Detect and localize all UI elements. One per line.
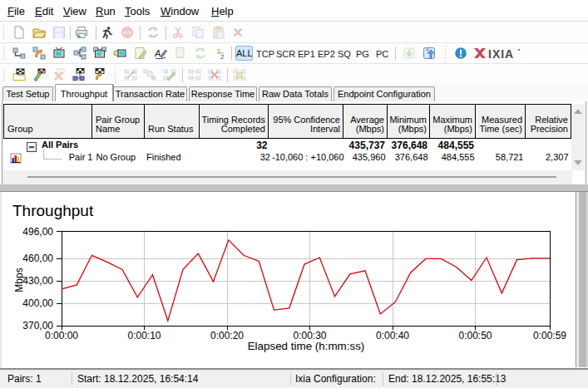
svg-text:0:00:40: 0:00:40 <box>376 330 409 341</box>
svg-text:A: A <box>154 48 161 58</box>
svg-text:460,00: 460,00 <box>22 253 53 264</box>
svg-text:430,00: 430,00 <box>22 275 53 287</box>
svg-text:0:00:50: 0:00:50 <box>458 330 492 341</box>
svg-text:STOP: STOP <box>123 31 132 35</box>
svg-text:Elapsed time (h:mm:ss): Elapsed time (h:mm:ss) <box>248 340 365 352</box>
svg-text:400,00: 400,00 <box>22 297 53 309</box>
svg-text:0:00:00: 0:00:00 <box>45 330 78 341</box>
svg-text:496,00: 496,00 <box>22 226 53 238</box>
svg-text:2: 2 <box>220 53 225 60</box>
svg-text:0:00:59: 0:00:59 <box>533 330 566 341</box>
svg-text:0:00:20: 0:00:20 <box>210 330 244 341</box>
svg-text:0:00:10: 0:00:10 <box>127 330 161 341</box>
svg-text:IXIA: IXIA <box>488 47 514 61</box>
svg-text:Mbps: Mbps <box>13 268 25 292</box>
